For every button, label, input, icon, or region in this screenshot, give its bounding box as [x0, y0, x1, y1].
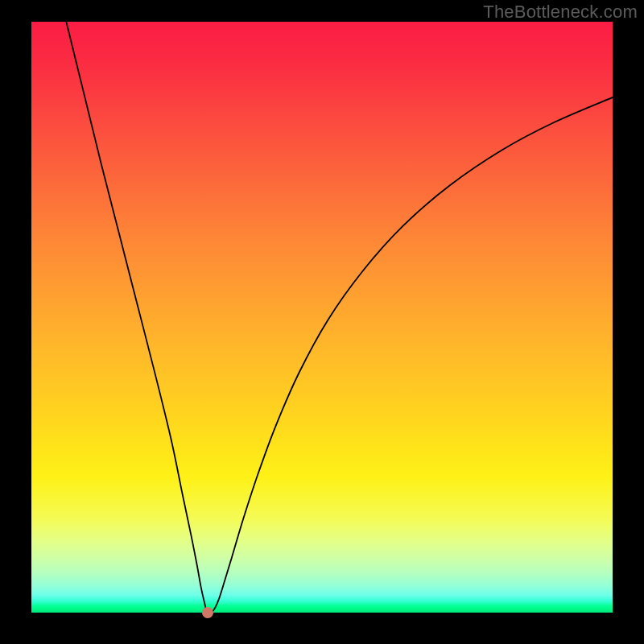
watermark-text: TheBottleneck.com	[483, 2, 638, 23]
curve-path	[66, 22, 613, 613]
bottleneck-curve	[31, 22, 613, 613]
chart-frame: TheBottleneck.com	[0, 0, 644, 644]
min-point-marker	[202, 607, 213, 618]
